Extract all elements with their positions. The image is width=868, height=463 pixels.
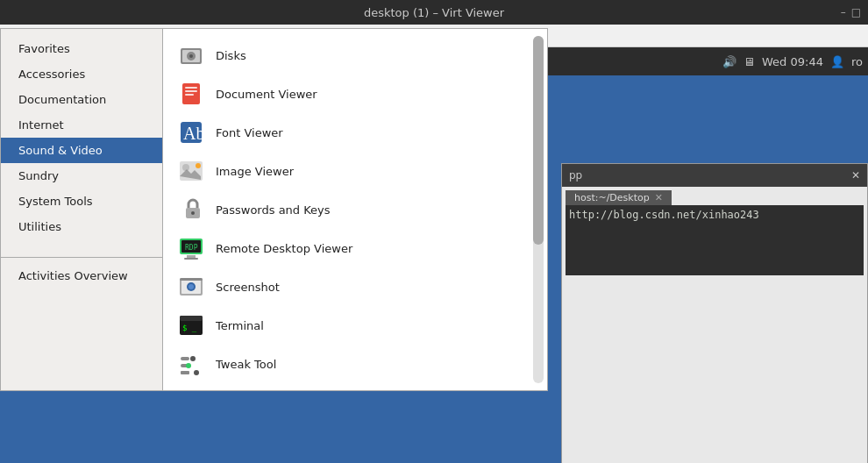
terminal-tab-label[interactable]: host:~/Desktop — [574, 192, 650, 203]
svg-rect-6 — [185, 90, 197, 92]
panel-right: 🔊 🖥 Wed 09:44 👤 ro — [717, 47, 868, 75]
passwords-label: Passwords and Keys — [216, 203, 331, 217]
menu-left-column: Favorites Accessories Documentation Inte… — [0, 28, 162, 391]
svg-text:RDP: RDP — [185, 244, 198, 252]
bg-window-close[interactable]: ✕ — [851, 169, 860, 182]
terminal-text: http://blog.csdn.net/xinhao243 — [569, 209, 759, 221]
user-icon[interactable]: 👤 — [830, 55, 844, 68]
window-controls: – □ — [841, 6, 861, 18]
screenshot-icon — [177, 273, 205, 301]
maximize-button[interactable]: □ — [851, 6, 861, 18]
menu-right-column: Disks Document Viewer Ab Font Viewer — [162, 28, 548, 391]
app-item-passwords[interactable]: Passwords and Keys — [163, 190, 547, 229]
app-item-font-viewer[interactable]: Ab Font Viewer — [163, 113, 547, 152]
passwords-icon — [177, 196, 205, 224]
menu-item-internet[interactable]: Internet — [1, 112, 162, 138]
svg-rect-7 — [185, 94, 194, 96]
network-icon[interactable]: 🖥 — [743, 55, 755, 68]
remote-desktop-icon: RDP — [177, 234, 205, 262]
volume-icon[interactable]: 🔊 — [722, 55, 736, 68]
svg-text:Ab: Ab — [183, 124, 204, 143]
terminal-body: http://blog.csdn.net/xinhao243 — [566, 205, 864, 275]
svg-rect-18 — [184, 258, 198, 260]
menu-item-documentation[interactable]: Documentation — [1, 87, 162, 112]
screenshot-label: Screenshot — [216, 281, 280, 294]
tweak-tool-icon — [177, 350, 205, 378]
svg-point-12 — [196, 163, 201, 168]
terminal-icon: $ _ — [177, 311, 205, 339]
disks-label: Disks — [216, 49, 246, 62]
image-viewer-label: Image Viewer — [216, 165, 294, 178]
svg-rect-26 — [180, 316, 203, 321]
title-bar: desktop (1) – Virt Viewer – □ — [0, 0, 868, 25]
scrollbar-thumb — [533, 36, 544, 245]
font-viewer-label: Font Viewer — [216, 126, 283, 139]
menu-item-favorites[interactable]: Favorites — [1, 36, 162, 61]
app-item-terminal[interactable]: $ _ Terminal — [163, 306, 547, 345]
menu-item-sundry[interactable]: Sundry — [1, 163, 162, 189]
background-window: pp ✕ host:~/Desktop ✕ http://blog.csdn.n… — [561, 163, 868, 463]
svg-point-33 — [194, 370, 199, 375]
document-viewer-icon — [177, 80, 205, 108]
font-viewer-icon: Ab — [177, 118, 205, 146]
menu-item-accessories[interactable]: Accessories — [1, 61, 162, 87]
applications-menu: Favorites Accessories Documentation Inte… — [0, 28, 548, 391]
svg-point-31 — [190, 356, 196, 361]
svg-point-23 — [189, 284, 194, 289]
menu-scrollbar[interactable] — [533, 36, 544, 383]
svg-point-14 — [191, 211, 195, 215]
app-item-screenshot[interactable]: Screenshot — [163, 267, 547, 306]
document-viewer-label: Document Viewer — [216, 88, 317, 101]
terminal-label: Terminal — [216, 319, 264, 332]
menu-item-system-tools[interactable]: System Tools — [1, 189, 162, 214]
svg-rect-24 — [180, 278, 203, 281]
bg-window-content: host:~/Desktop ✕ http://blog.csdn.net/xi… — [562, 187, 867, 279]
disks-icon — [177, 41, 205, 69]
svg-text:$ _: $ _ — [182, 324, 197, 332]
svg-point-11 — [182, 164, 189, 171]
svg-rect-17 — [187, 255, 196, 258]
tweak-tool-label: Tweak Tool — [216, 358, 276, 371]
bg-window-titlebar: pp ✕ — [562, 164, 867, 187]
image-viewer-icon — [177, 157, 205, 185]
terminal-tab-close[interactable]: ✕ — [655, 192, 663, 203]
app-item-remote-desktop[interactable]: RDP Remote Desktop Viewer — [163, 229, 547, 267]
svg-rect-28 — [181, 357, 189, 360]
svg-rect-5 — [185, 87, 197, 89]
menu-bottom-section: Activities Overview — [1, 257, 162, 288]
clock-label: Wed 09:44 — [762, 55, 823, 68]
menu-item-activities[interactable]: Activities Overview — [1, 263, 162, 288]
app-item-disks[interactable]: Disks — [163, 36, 547, 75]
app-item-document-viewer[interactable]: Document Viewer — [163, 75, 547, 113]
svg-point-32 — [186, 363, 191, 368]
svg-point-3 — [189, 54, 193, 58]
minimize-button[interactable]: – — [841, 6, 846, 18]
app-item-tweak-tool[interactable]: Tweak Tool — [163, 345, 547, 383]
menu-item-utilities[interactable]: Utilities — [1, 214, 162, 239]
window-title: desktop (1) – Virt Viewer — [364, 6, 504, 19]
app-item-image-viewer[interactable]: Image Viewer — [163, 152, 547, 190]
bg-window-title: pp — [569, 169, 582, 182]
remote-desktop-label: Remote Desktop Viewer — [216, 242, 352, 255]
svg-rect-30 — [181, 371, 189, 374]
user-label: ro — [851, 55, 863, 68]
menu-item-sound-video[interactable]: Sound & Video — [1, 138, 162, 163]
